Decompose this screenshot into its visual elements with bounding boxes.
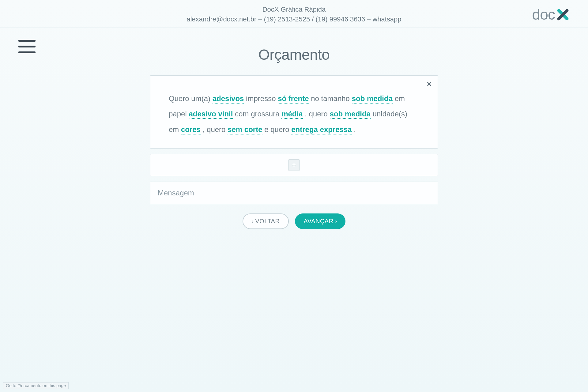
action-buttons: ‹ VOLTAR AVANÇAR › [150, 213, 438, 229]
back-button-label: VOLTAR [255, 218, 280, 225]
chevron-left-icon: ‹ [252, 219, 254, 224]
sentence-text: impresso [244, 94, 278, 103]
logo-x-icon [556, 8, 570, 21]
option-size[interactable]: sob medida [352, 94, 393, 104]
next-button[interactable]: AVANÇAR › [295, 213, 345, 229]
sentence-text: , quero [303, 110, 330, 118]
page-header: DocX Gráfica Rápida alexandre@docx.net.b… [0, 0, 588, 28]
message-input[interactable] [150, 182, 438, 204]
browser-status-text: Go to #/orcamento on this page [3, 382, 69, 389]
option-product[interactable]: adesivos [213, 94, 244, 104]
next-button-label: AVANÇAR [303, 218, 333, 225]
company-name: DocX Gráfica Rápida [0, 6, 588, 13]
sentence-text: no tamanho [309, 94, 352, 103]
add-item-bar: + [150, 154, 438, 176]
chevron-right-icon: › [335, 219, 337, 224]
hamburger-menu-icon[interactable] [18, 40, 36, 53]
back-button[interactable]: ‹ VOLTAR [243, 213, 289, 229]
sentence-text: Quero um(a) [169, 94, 213, 103]
main-content: Orçamento × Quero um(a) adesivos impress… [144, 28, 444, 241]
message-field-container [150, 182, 438, 204]
option-sides[interactable]: só frente [278, 94, 309, 104]
option-delivery[interactable]: entrega expressa [291, 125, 352, 134]
sentence-text: e quero [262, 125, 292, 134]
option-color[interactable]: cores [181, 125, 201, 134]
page-title: Orçamento [150, 46, 438, 63]
logo-text: doc [532, 6, 555, 23]
option-thickness[interactable]: média [281, 110, 303, 119]
close-icon[interactable]: × [427, 80, 432, 88]
option-cut[interactable]: sem corte [228, 125, 262, 134]
sentence-text: . [352, 125, 356, 134]
logo[interactable]: doc [532, 6, 570, 23]
sentence-text: , quero [201, 125, 228, 134]
option-paper[interactable]: adesivo vinil [189, 110, 233, 119]
option-quantity[interactable]: sob medida [330, 110, 371, 119]
add-button[interactable]: + [288, 159, 300, 171]
contact-info: alexandre@docx.net.br – (19) 2513-2525 /… [0, 15, 588, 23]
sentence-text: com grossura [233, 110, 281, 118]
quote-sentence-card: × Quero um(a) adesivos impresso só frent… [150, 75, 438, 149]
